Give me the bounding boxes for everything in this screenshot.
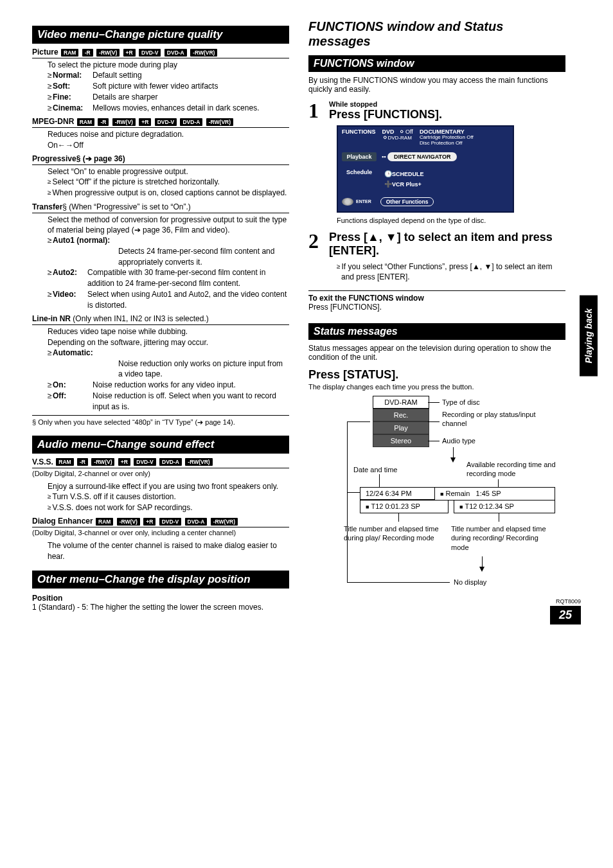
def-label: Fine: [53, 92, 93, 103]
fmt: -RW(V) [112, 118, 136, 126]
linein-line1: Reduces video tape noise while dubbing. [48, 326, 289, 337]
mpeg-line2: On←→Off [48, 140, 289, 150]
step2-main: Press [▲, ▼] to select an item and press… [329, 231, 565, 258]
step-1: 1 While stopped Press [FUNCTIONS]. [308, 100, 565, 121]
def-label: Off: [53, 391, 78, 412]
fmt: -RW(V) [91, 458, 114, 466]
fmt: RAM [56, 458, 73, 466]
super-title: FUNCTIONS window and Status messages [308, 19, 565, 49]
linein-line2: Depending on the software, jittering may… [48, 337, 289, 348]
def-text: Soft picture with fewer video artifacts [93, 81, 289, 92]
fmt: DVD-A [159, 458, 182, 466]
box-dvdram: DVD-RAM [373, 396, 429, 409]
fmt: RAM [77, 118, 94, 126]
vss-line1: Enjoy a surround-like effect if you are … [48, 481, 289, 492]
box-right-t: T12 0:12.34 SP [454, 500, 555, 513]
fb-pill-direct-navigator: DIRECT NAVIGATOR [387, 152, 458, 161]
def-text: Default setting [93, 70, 289, 81]
audio-menu-title: Audio menu–Change sound effect [32, 436, 289, 454]
fmt: -RW(VR) [211, 518, 238, 526]
other-menu-title: Other menu–Change the display position [32, 571, 289, 589]
step1-small: While stopped [329, 100, 565, 108]
vss-head: V.S.S. RAM -R -RW(V) +R DVD-V DVD-A -RW(… [32, 457, 289, 468]
picture-head: Picture RAM -R -RW(V) +R DVD-V DVD-A -RW… [32, 48, 289, 58]
def-label: Automatic: [53, 348, 93, 359]
picture-label: Picture [32, 48, 58, 57]
dialog-label: Dialog Enhancer [32, 517, 93, 526]
def-label: Auto1 (normal): [53, 235, 118, 246]
fmt: +R [123, 49, 136, 57]
fb-other-functions: Other Functions [380, 197, 434, 206]
step-num-1: 1 [308, 100, 329, 121]
fmt: -RW(V) [117, 518, 140, 526]
mpeg-line1: Reduces noise and picture degradation. [48, 129, 289, 139]
progressive-line1: Select “On” to enable progressive output… [48, 166, 289, 177]
fmt: -R [77, 458, 88, 466]
transfer-head: Transfer§ (When “Progressive” is set to … [32, 202, 289, 213]
fmt: DVD-A [180, 118, 202, 126]
def-text: Noise reduction only works on picture in… [118, 359, 289, 380]
progressive-b1: Select “Off” if the picture is stretched… [48, 177, 289, 188]
def-label: Auto2: [53, 267, 87, 289]
video-menu-title: Video menu–Change picture quality [32, 26, 289, 44]
fb-item-vcrplus: VCR Plus+ [392, 181, 422, 188]
box-play: Play [373, 421, 429, 434]
def-text: Compatible with 30 frame-per-second film… [87, 267, 289, 289]
functions-window-mock: FUNCTIONS DVD Off ⭘DVD-RAM DOCUMENTARY C… [337, 125, 514, 213]
lbl-rec-status: Recording or play status/input channel [442, 410, 558, 429]
fmt: -RW(VR) [206, 118, 233, 126]
lbl-audio-type: Audio type [442, 436, 475, 445]
status-intro: Status messages appear on the television… [308, 344, 565, 362]
fmt: +R [139, 118, 151, 126]
def-text: Mellows movies, enhances detail in dark … [93, 103, 289, 114]
fmt: -RW(V) [96, 49, 120, 57]
right-t: T12 0:12.34 SP [465, 502, 513, 510]
dialog-sub: (Dolby Digital, 3-channel or over only, … [32, 529, 289, 536]
right-column: FUNCTIONS window and Status messages FUN… [308, 19, 565, 612]
lbl-left: Title number and elapsed time during pla… [344, 524, 440, 543]
position-line1: 1 (Standard) - 5: The higher the setting… [32, 603, 289, 612]
fb-hdr-fn: FUNCTIONS [342, 128, 376, 135]
fmt: DVD-V [139, 49, 161, 57]
fmt: RAM [61, 49, 78, 57]
def-label: On: [53, 380, 78, 391]
enter-icon [342, 198, 353, 206]
box-left-t: T12 0:01.23 SP [360, 500, 449, 513]
fb-enter-label: ENTER [356, 199, 371, 204]
vss-sub: (Dolby Digital, 2-channel or over only) [32, 470, 289, 477]
lbl-date-time: Date and time [353, 465, 397, 474]
fmt: -R [82, 49, 93, 57]
fmt: RAM [96, 518, 113, 526]
progressive-head: Progressive§ (➔ page 36) [32, 154, 289, 165]
exit-text: Press [FUNCTIONS]. [308, 303, 565, 312]
rqt-code: RQT8009 [550, 598, 581, 605]
exit-head: To exit the FUNCTIONS window [308, 294, 565, 303]
mpeg-label: MPEG-DNR [32, 117, 74, 126]
step-num-2: 2 [308, 231, 329, 251]
def-text: Details are sharper [93, 92, 289, 103]
step-2: 2 Press [▲, ▼] to select an item and pre… [308, 231, 565, 258]
position-name: Position [32, 594, 289, 603]
linein-footnote: § Only when you have selected “480p” in … [32, 418, 289, 427]
side-tab-playing-back: Playing back [580, 296, 598, 376]
lbl-no-display: No display [454, 578, 486, 587]
remain-label: Remain [445, 490, 470, 497]
fmt: -RW(VR) [185, 458, 212, 466]
def-text: Noise reduction is off. Select when you … [93, 391, 289, 412]
box-time: 12/24 6:34 PM [360, 487, 442, 500]
def-text: Select when using Auto1 and Auto2, and t… [87, 289, 289, 311]
fb-hdr-dvdram: DVD-RAM [388, 135, 412, 141]
def-text: Detects 24 frame-per-second film content… [118, 246, 289, 268]
fmt: DVD-A [185, 518, 208, 526]
functions-window-title: FUNCTIONS window [308, 55, 565, 72]
dialog-head: Dialog Enhancer RAM -RW(V) +R DVD-V DVD-… [32, 517, 289, 527]
fmt: DVD-V [159, 518, 181, 526]
lbl-right: Title number and elapsed time during rec… [451, 524, 554, 552]
def-text: Noise reduction works for any video inpu… [93, 380, 289, 391]
fmt: +R [143, 518, 155, 526]
vss-b1: Turn V.S.S. off if it causes distortion. [48, 492, 289, 502]
fb-hdr-off: Off [399, 128, 413, 135]
press-status-sub: The display changes each time you press … [308, 383, 565, 391]
progressive-b2: When progressive output is on, closed ca… [48, 188, 289, 199]
mpeg-head: MPEG-DNR RAM -R -RW(V) +R DVD-V DVD-A -R… [32, 117, 289, 128]
